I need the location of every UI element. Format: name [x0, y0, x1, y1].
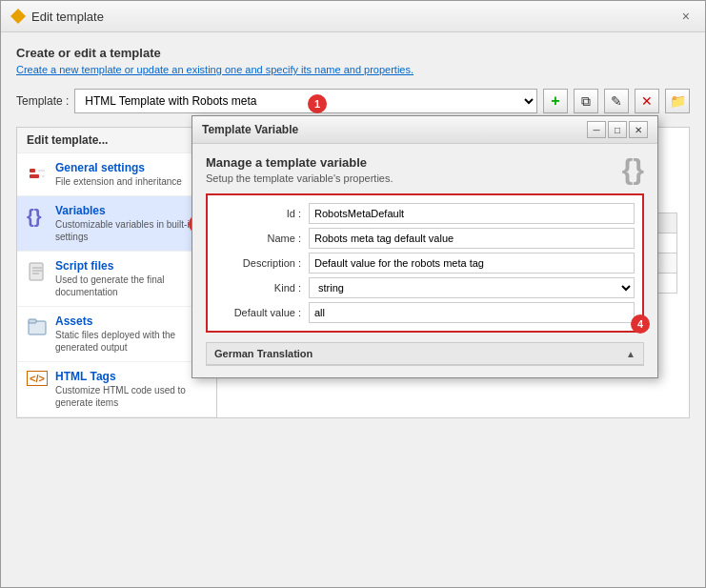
form-row-kind: Kind : string memo boolean [215, 277, 635, 298]
dialog-title: Template Variable [202, 123, 298, 136]
sidebar-item-variables[interactable]: 2 {} Variables Customizable variables in… [17, 196, 216, 252]
sidebar-item-assets-text: Assets Static files deployed with the ge… [55, 314, 207, 354]
sidebar-item-html-tags[interactable]: </> HTML Tags Customize HTML code used t… [17, 362, 216, 417]
svg-rect-1 [30, 174, 39, 178]
dialog-header-title: Manage a template variable [206, 155, 644, 170]
svg-rect-4 [30, 263, 43, 280]
folder-icon: 📁 [670, 93, 686, 109]
window-icon [10, 9, 26, 24]
form-row-id: Id : [215, 203, 635, 224]
form-row-description: Description : [215, 253, 635, 274]
sidebar-item-variables-text: Variables Customizable variables in buil… [55, 204, 207, 243]
sidebar-header: Edit template... [17, 128, 216, 153]
form-id-input[interactable] [309, 203, 635, 224]
dialog-close-button[interactable]: ✕ [629, 121, 648, 138]
sidebar-item-script-files[interactable]: Script files Used to generate the final … [17, 252, 216, 307]
svg-rect-9 [29, 319, 36, 323]
form-default-label: Default value : [215, 307, 301, 318]
sidebar-item-assets[interactable]: Assets Static files deployed with the ge… [17, 307, 216, 362]
form-description-label: Description : [215, 257, 301, 269]
german-header: German Translation ▲ [207, 343, 643, 365]
copy-template-button[interactable]: ⧉ [574, 89, 598, 113]
dialog-form-section: Id : Name : Description : Kind : string … [206, 193, 644, 333]
sidebar-item-html-text: HTML Tags Customize HTML code used to ge… [55, 370, 207, 409]
sidebar-item-assets-title: Assets [55, 314, 207, 328]
title-bar: Edit template × [1, 1, 705, 32]
form-id-label: Id : [215, 208, 301, 219]
sidebar-item-variables-desc: Customizable variables in built-in setti… [55, 218, 207, 243]
dialog-window-buttons: ─ □ ✕ [587, 121, 648, 138]
delete-icon: ✕ [641, 93, 653, 109]
form-kind-label: Kind : [215, 282, 301, 294]
dialog-braces-icon: {} [622, 153, 644, 186]
curly-icon: {} [27, 206, 48, 227]
sidebar-item-general-text: General settings File extension and inhe… [55, 161, 207, 188]
delete-template-button[interactable]: ✕ [635, 89, 659, 113]
sidebar-item-general-title: General settings [55, 161, 207, 174]
sidebar-item-script-title: Script files [55, 259, 207, 273]
window-close-button[interactable]: × [676, 7, 696, 26]
form-row-name: Name : [215, 228, 635, 249]
dialog-maximize-button[interactable]: □ [608, 121, 627, 138]
edit-icon: ✎ [611, 93, 622, 109]
dialog-header-desc: Setup the template variable's properties… [206, 172, 644, 184]
sidebar-item-html-desc: Customize HTML code used to generate ite… [55, 384, 207, 409]
edit-template-button[interactable]: ✎ [604, 89, 629, 113]
form-name-input[interactable] [309, 228, 635, 249]
create-description: Create a new template or update an exist… [16, 64, 690, 75]
dialog-title-bar: Template Variable ─ □ ✕ [192, 116, 657, 144]
svg-rect-0 [30, 169, 35, 172]
add-template-button[interactable]: + [543, 89, 568, 113]
german-section-title: German Translation [214, 348, 313, 359]
badge-4: 4 [631, 314, 650, 334]
template-row: Template : HTML Template with Robots met… [16, 89, 690, 113]
sidebar-item-general-desc: File extension and inheritance [55, 175, 207, 188]
dialog-body: {} Manage a template variable Setup the … [192, 144, 657, 377]
copy-icon: ⧉ [581, 93, 591, 110]
german-translation-section: German Translation ▲ [206, 342, 644, 366]
badge-1: 1 [308, 94, 327, 113]
sidebar-item-script-desc: Used to generate the final documentation [55, 274, 207, 298]
assets-icon [27, 316, 48, 337]
title-bar-left: Edit template [10, 9, 104, 24]
main-window: Edit template × Create or edit a templat… [0, 0, 706, 588]
html-icon: </> [27, 372, 48, 393]
create-header: Create or edit a template Create a new t… [16, 46, 690, 75]
sidebar-item-general-settings[interactable]: General settings File extension and inhe… [17, 153, 216, 196]
dialog-minimize-button[interactable]: ─ [587, 121, 606, 138]
form-kind-select[interactable]: string memo boolean [309, 277, 635, 298]
form-description-input[interactable] [309, 253, 635, 274]
sidebar-item-variables-title: Variables [55, 204, 207, 217]
template-select[interactable]: HTML Template with Robots meta [74, 89, 537, 113]
template-label: Template : [16, 94, 69, 108]
sidebar: Edit template... General settings File [17, 128, 217, 417]
sidebar-item-script-text: Script files Used to generate the final … [55, 259, 207, 298]
dialog-header: Manage a template variable Setup the tem… [206, 155, 644, 184]
template-variable-dialog: Template Variable ─ □ ✕ {} Manage a temp… [192, 115, 658, 378]
create-title: Create or edit a template [16, 46, 690, 60]
sidebar-item-assets-desc: Static files deployed with the generated… [55, 329, 207, 354]
form-default-input[interactable] [309, 302, 635, 323]
add-icon: + [551, 92, 559, 110]
settings-icon [27, 163, 48, 184]
window-title: Edit template [31, 10, 104, 24]
folder-button[interactable]: 📁 [665, 89, 690, 113]
scroll-up-button[interactable]: ▲ [626, 349, 635, 359]
form-name-label: Name : [215, 233, 301, 244]
script-icon [27, 261, 48, 282]
form-row-default: Default value : [215, 302, 635, 323]
sidebar-item-html-title: HTML Tags [55, 370, 207, 383]
